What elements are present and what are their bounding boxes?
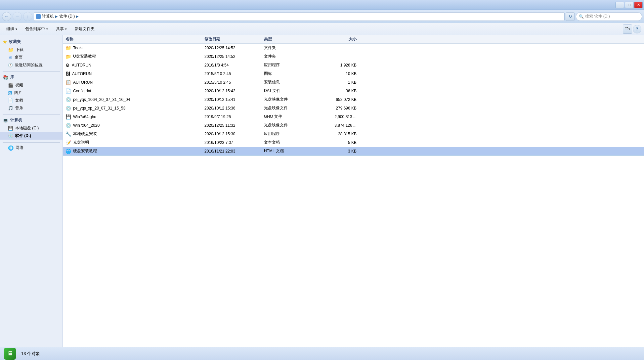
table-row[interactable]: 💿 pe_yqs_xp_20_07_31_15_53 2020/10/12 15… (63, 104, 644, 112)
sidebar-item-drive-c[interactable]: 💾 本地磁盘 (C:) (0, 124, 63, 132)
header-date[interactable]: 修改日期 (204, 36, 264, 42)
view-chevron: ▾ (628, 27, 630, 31)
sidebar-item-recent[interactable]: 🕐 最近访问的位置 (0, 61, 63, 69)
new-folder-button[interactable]: 新建文件夹 (71, 24, 98, 34)
drive-d-label: 软件 (D:) (15, 133, 31, 139)
file-name-cell: 💿 pe_yqs_xp_20_07_31_15_53 (65, 106, 204, 111)
table-row[interactable]: 💿 Win7x64_2020 2020/12/25 11:32 光盘映像文件 3… (63, 121, 644, 130)
drive-c-label: 本地磁盘 (C:) (15, 125, 39, 131)
file-date-cell: 2016/11/21 22:03 (204, 149, 264, 154)
help-button[interactable]: ? (633, 25, 641, 33)
share-button[interactable]: 共享 ▾ (52, 24, 70, 34)
music-icon: 🎵 (8, 106, 13, 111)
sidebar-item-video[interactable]: 🎬 视频 (0, 81, 63, 89)
back-button[interactable]: ← (2, 12, 11, 21)
file-size-cell: 1 KB (317, 80, 363, 85)
address-computer: 计算机 (42, 14, 54, 19)
sidebar-item-network[interactable]: 🌐 网络 (0, 144, 63, 152)
file-size-cell: 279,696 KB (317, 106, 363, 111)
table-row[interactable]: 📁 Tools 2020/12/25 14:52 文件夹 (63, 44, 644, 52)
refresh-button[interactable]: ↻ (566, 12, 575, 21)
toolbar: 组织 ▾ 包含到库中 ▾ 共享 ▾ 新建文件夹 ☷ ▾ ? (0, 23, 644, 35)
table-row[interactable]: 💿 pe_yqs_1064_20_07_31_16_04 2020/10/12 … (63, 95, 644, 104)
file-date-cell: 2020/12/25 14:52 (204, 46, 264, 50)
include-label: 包含到库中 (25, 26, 45, 32)
file-name: AUTORUN (73, 80, 93, 85)
network-icon: 🌐 (8, 145, 14, 151)
file-icon: 📋 (65, 80, 71, 85)
file-size-cell: 28,315 KB (317, 132, 363, 136)
organize-button[interactable]: 组织 ▾ (3, 24, 21, 34)
file-name: AUTORUN (72, 63, 91, 68)
header-type[interactable]: 类型 (264, 36, 317, 42)
table-row[interactable]: 📁 U盘安装教程 2020/12/25 14:52 文件夹 (63, 52, 644, 61)
file-list-header: 名称 修改日期 类型 大小 (63, 35, 644, 44)
file-area: 名称 修改日期 类型 大小 📁 Tools 2020/12/25 14:52 文… (63, 35, 644, 347)
table-row[interactable]: 📝 光盘说明 2016/10/23 7:07 文本文档 5 KB (63, 138, 644, 147)
file-icon: 📁 (65, 45, 71, 51)
file-name: Win7x64_2020 (73, 123, 100, 128)
image-label: 图片 (14, 90, 22, 96)
sidebar-item-desktop[interactable]: 🖥 桌面 (0, 54, 63, 61)
header-size[interactable]: 大小 (317, 36, 363, 42)
file-type-cell: 文本文档 (264, 140, 317, 145)
address-computer-icon (36, 14, 41, 19)
sidebar-item-image[interactable]: 🖼 图片 (0, 89, 63, 97)
sidebar-divider-3 (3, 142, 60, 143)
file-date-cell: 2020/10/12 15:36 (204, 106, 264, 111)
file-date-cell: 2020/12/25 14:52 (204, 54, 264, 59)
search-icon: 🔍 (579, 14, 584, 19)
file-date-cell: 2020/12/25 11:32 (204, 123, 264, 128)
sidebar-item-drive-d[interactable]: 💿 软件 (D:) (0, 132, 63, 140)
forward-button[interactable]: → (13, 12, 22, 21)
address-sep1: ▶ (55, 15, 58, 18)
file-name-cell: 🔧 本地硬盘安装 (65, 131, 204, 137)
table-row[interactable]: 💾 Win7x64.gho 2019/9/7 19:25 GHO 文件 2,90… (63, 112, 644, 121)
recent-label: 最近访问的位置 (15, 62, 43, 68)
table-row[interactable]: 🌐 硬盘安装教程 2016/11/21 22:03 HTML 文档 3 KB (63, 147, 644, 156)
file-type-cell: 文件夹 (264, 45, 317, 51)
table-row[interactable]: 📄 Config.dat 2020/10/12 15:42 DAT 文件 36 … (63, 87, 644, 95)
sidebar-network-section: 🌐 网络 (0, 144, 63, 152)
view-button[interactable]: ☷ ▾ (623, 24, 632, 34)
desktop-icon: 🖥 (8, 55, 13, 60)
file-date-cell: 2020/10/12 15:41 (204, 97, 264, 102)
address-bar[interactable]: 计算机 ▶ 软件 (D:) ▶ (34, 12, 565, 21)
include-chevron: ▾ (46, 27, 48, 31)
header-name[interactable]: 名称 (65, 36, 204, 42)
include-library-button[interactable]: 包含到库中 ▾ (21, 24, 52, 34)
file-type-cell: GHO 文件 (264, 114, 317, 119)
file-size-cell: 1,926 KB (317, 63, 363, 68)
sidebar-item-music[interactable]: 🎵 音乐 (0, 104, 63, 112)
file-name-cell: 📁 U盘安装教程 (65, 54, 204, 59)
drive-c-icon: 💾 (8, 126, 13, 131)
view-icon: ☷ (625, 27, 628, 31)
close-button[interactable]: ✕ (634, 2, 643, 8)
recent-icon: 🕐 (8, 63, 13, 68)
table-row[interactable]: 🔧 本地硬盘安装 2020/10/12 15:30 应用程序 28,315 KB (63, 130, 644, 138)
table-row[interactable]: 🖼 AUTORUN 2015/5/10 2:45 图标 10 KB (63, 69, 644, 78)
search-bar[interactable]: 🔍 搜索 软件 (D:) (576, 12, 642, 21)
minimize-button[interactable]: ─ (616, 2, 624, 8)
file-name-cell: 📄 Config.dat (65, 88, 204, 94)
up-button[interactable]: ↑ (23, 12, 32, 21)
file-icon: 💾 (65, 114, 71, 119)
table-row[interactable]: 📋 AUTORUN 2015/5/10 2:45 安装信息 1 KB (63, 78, 644, 87)
sidebar-item-download[interactable]: 📁 下载 (0, 46, 63, 54)
maximize-button[interactable]: □ (625, 2, 633, 8)
sidebar-computer-section: 💻 计算机 💾 本地磁盘 (C:) 💿 软件 (D:) (0, 116, 63, 140)
sidebar-favorites-label: 收藏夹 (9, 39, 21, 45)
file-list: 📁 Tools 2020/12/25 14:52 文件夹 📁 U盘安装教程 20… (63, 44, 644, 347)
file-name: pe_yqs_1064_20_07_31_16_04 (73, 97, 130, 102)
table-row[interactable]: ⚙ AUTORUN 2016/1/8 4:54 应用程序 1,926 KB (63, 61, 644, 69)
sidebar-item-doc[interactable]: 📄 文档 (0, 97, 63, 104)
doc-label: 文档 (15, 98, 23, 103)
file-name: AUTORUN (72, 71, 92, 76)
file-date-cell: 2019/9/7 19:25 (204, 114, 264, 119)
file-name-cell: 💿 pe_yqs_1064_20_07_31_16_04 (65, 97, 204, 102)
file-date-cell: 2015/5/10 2:45 (204, 71, 264, 76)
file-icon: 💿 (65, 123, 71, 128)
status-text: 13 个对象 (21, 351, 40, 357)
file-size-cell: 3,874,126 ... (317, 123, 363, 128)
music-label: 音乐 (15, 105, 23, 111)
